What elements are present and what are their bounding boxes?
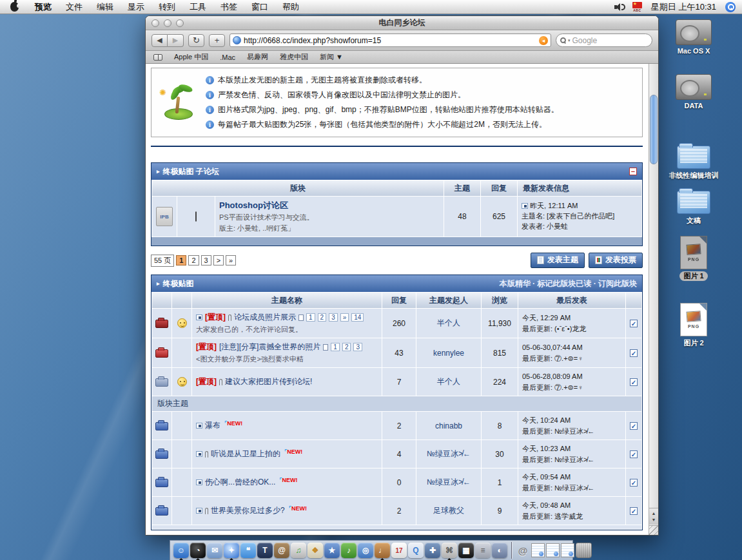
apple-menu-icon[interactable]: [10, 2, 19, 12]
page-next[interactable]: >: [213, 255, 224, 266]
dock-image-capture-icon[interactable]: ◐: [492, 543, 507, 558]
topic-checkbox[interactable]: ✓: [630, 378, 638, 386]
topic-checkbox[interactable]: ✓: [630, 349, 638, 357]
dock-safari-icon[interactable]: ✦: [224, 543, 239, 558]
topic-link[interactable]: 建议大家把图片传到论坛!: [225, 376, 312, 387]
topic-checkbox[interactable]: ✓: [630, 450, 638, 458]
title-bar[interactable]: 电白同乡论坛: [146, 16, 658, 30]
section-links[interactable]: 本版精华 · 标记此版块已读 · 订阅此版块: [500, 278, 637, 289]
topic-page-chip[interactable]: 1: [331, 343, 340, 351]
desktop-icon-picture-2[interactable]: PNG 图片 2: [680, 303, 707, 348]
search-input[interactable]: [572, 36, 648, 45]
forum-icon[interactable]: [195, 211, 197, 222]
dock-final-cut-icon[interactable]: ▦: [458, 543, 474, 558]
google-search-field[interactable]: ▾: [556, 34, 652, 47]
topic-page-chip[interactable]: 3: [353, 343, 362, 351]
goto-last-icon[interactable]: [196, 451, 202, 457]
menu-help[interactable]: 帮助: [275, 0, 306, 14]
goto-last-icon[interactable]: [196, 508, 202, 514]
dock-finder-icon[interactable]: ☺: [173, 543, 189, 558]
new-poll-button[interactable]: 发表投票: [589, 253, 643, 268]
menu-tools[interactable]: 工具: [182, 0, 213, 14]
dock-textedit-icon[interactable]: T: [257, 543, 273, 558]
menu-app[interactable]: 预览: [28, 0, 59, 14]
dock-ichat-icon[interactable]: ❝: [240, 543, 256, 558]
goto-last-icon[interactable]: [196, 423, 202, 429]
reload-button[interactable]: ↻: [188, 34, 204, 47]
topic-link[interactable]: [注意][分享]震撼全世界的照片: [219, 342, 320, 352]
topic-page-chip[interactable]: »: [340, 313, 349, 322]
collapse-section-button[interactable]: −: [629, 168, 637, 175]
desktop-icon-picture-1[interactable]: PNG 图片 1: [679, 236, 707, 281]
dock-address-book-icon[interactable]: @: [274, 543, 289, 558]
dock-quicktime-icon[interactable]: Q: [408, 543, 424, 558]
dock-itunes-icon[interactable]: ♫: [291, 543, 306, 558]
bookmark-apple-china[interactable]: Apple 中国: [174, 52, 208, 62]
dock-webloc-icon[interactable]: @: [516, 543, 530, 558]
snapback-icon[interactable]: ◂: [539, 36, 548, 45]
desktop-icon-data[interactable]: DATA: [676, 74, 712, 110]
topic-checkbox[interactable]: ✓: [630, 479, 638, 487]
bookmark-news-menu[interactable]: 新闻 ▼: [320, 52, 343, 62]
topic-starter-link[interactable]: chinabb: [435, 421, 462, 430]
menu-file[interactable]: 文件: [59, 0, 90, 14]
topic-starter-link[interactable]: №绿豆冰≯←: [427, 478, 471, 487]
forum-link[interactable]: Photoshop讨论区: [219, 200, 288, 210]
dock-mail-icon[interactable]: ✉: [207, 543, 222, 558]
dock-toast-icon[interactable]: ≡: [475, 543, 491, 558]
bookmarks-book-icon[interactable]: [153, 54, 162, 61]
scrollbar-thumb[interactable]: [650, 95, 658, 164]
bookmark-yahoo-china[interactable]: 雅虎中国: [280, 52, 308, 62]
minimized-window[interactable]: [531, 543, 545, 557]
spotlight-icon[interactable]: [725, 2, 736, 12]
topic-starter-link[interactable]: kennylee: [433, 349, 464, 358]
topic-link[interactable]: 听说是从卫星上拍的: [211, 449, 280, 459]
bookmark-eachnet[interactable]: 易趣网: [247, 52, 268, 62]
back-button[interactable]: ◀: [151, 34, 168, 47]
window-resize-grip[interactable]: [649, 525, 658, 535]
dock-imovie-icon[interactable]: ★: [324, 543, 340, 558]
vertical-scrollbar[interactable]: ▲▼: [649, 64, 658, 535]
desktop-icon-macosx[interactable]: Mac OS X: [676, 19, 712, 55]
minimized-window[interactable]: [561, 543, 574, 557]
topic-link[interactable]: 伤心啊...曾经的OK...: [205, 477, 275, 488]
volume-icon[interactable]: [614, 3, 623, 11]
scroll-down-arrow[interactable]: ▼: [652, 517, 656, 523]
trash-icon[interactable]: [576, 543, 592, 558]
input-method-icon[interactable]: ABC: [632, 2, 642, 12]
topic-link[interactable]: 瀑布: [205, 420, 220, 431]
dock-iphoto-icon[interactable]: ❖: [308, 543, 323, 558]
topic-starter-link[interactable]: 半个人: [437, 318, 460, 327]
topic-page-chip[interactable]: 2: [342, 343, 351, 351]
menu-edit[interactable]: 编辑: [90, 0, 121, 14]
dock-front-row-icon[interactable]: ⌘: [442, 543, 457, 558]
url-input[interactable]: [244, 36, 536, 45]
dock-ical-icon[interactable]: 17: [391, 543, 407, 558]
topic-checkbox[interactable]: ✓: [630, 422, 638, 430]
dock-utility-icon[interactable]: ✚: [425, 543, 440, 558]
desktop-icon-folder-training[interactable]: 非线性编辑培训: [669, 146, 719, 180]
new-topic-button[interactable]: 发表主题: [531, 253, 585, 268]
menu-clock[interactable]: 星期日 上午10:31: [651, 1, 716, 13]
dock-garageband-icon[interactable]: ♩: [375, 543, 390, 558]
dock-dashboard-icon[interactable]: ◔: [190, 543, 206, 558]
topic-starter-link[interactable]: 半个人: [437, 377, 460, 386]
scroll-up-arrow[interactable]: ▲: [652, 510, 656, 517]
topic-page-chip[interactable]: 3: [329, 313, 338, 322]
topic-starter-link[interactable]: 足球教父: [433, 506, 464, 515]
goto-last-icon[interactable]: [196, 479, 202, 485]
topic-checkbox[interactable]: ✓: [630, 320, 638, 327]
page-1[interactable]: 1: [176, 255, 186, 266]
address-bar[interactable]: ◂: [229, 34, 551, 47]
topic-link[interactable]: 论坛成员照片展示: [234, 312, 296, 323]
topic-page-chip[interactable]: 14: [351, 313, 364, 322]
topic-page-chip[interactable]: 1: [306, 313, 315, 322]
search-options-caret[interactable]: ▾: [568, 38, 571, 43]
menu-view[interactable]: 显示: [121, 0, 151, 14]
goto-last-icon[interactable]: [196, 314, 202, 320]
forward-button[interactable]: ▶: [168, 34, 184, 47]
menu-go[interactable]: 转到: [151, 0, 182, 14]
minimized-window[interactable]: [546, 543, 560, 557]
dock-dvd-player-icon[interactable]: ◎: [358, 543, 373, 558]
menu-bookmarks[interactable]: 书签: [213, 0, 244, 14]
